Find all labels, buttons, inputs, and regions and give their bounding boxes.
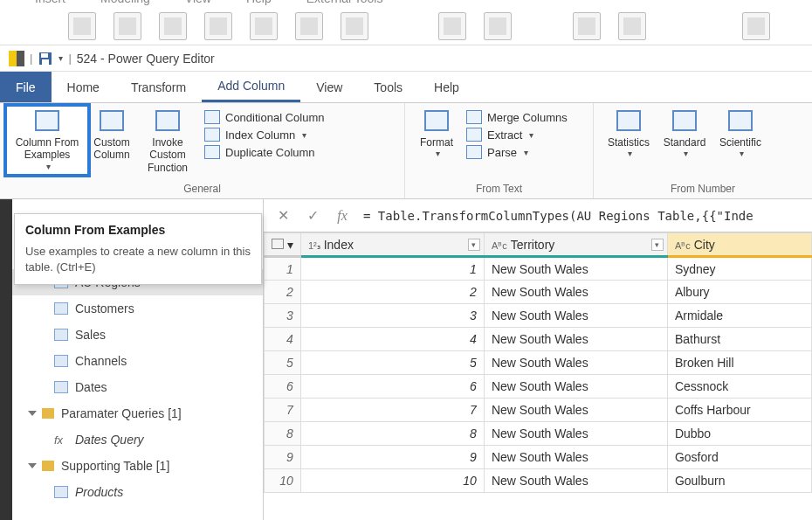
parent-tool-icon[interactable] bbox=[484, 12, 512, 40]
column-filter-icon[interactable]: ▾ bbox=[468, 239, 480, 251]
tab-add-column[interactable]: Add Column bbox=[202, 72, 300, 102]
cell-index[interactable]: 5 bbox=[300, 351, 484, 375]
table-row[interactable]: 33New South WalesArmidale bbox=[265, 304, 812, 328]
cell-territory[interactable]: New South Wales bbox=[484, 304, 667, 328]
table-row[interactable]: 44New South WalesBathurst bbox=[265, 328, 812, 351]
row-number[interactable]: 4 bbox=[265, 328, 301, 351]
tab-view[interactable]: View bbox=[300, 72, 358, 102]
row-number[interactable]: 7 bbox=[265, 399, 301, 422]
cell-territory[interactable]: New South Wales bbox=[484, 281, 667, 304]
row-number[interactable]: 5 bbox=[265, 351, 301, 375]
cell-index[interactable]: 1 bbox=[300, 257, 484, 281]
cell-territory[interactable]: New South Wales bbox=[484, 375, 667, 399]
query-folder-parameter[interactable]: Paramater Queries [1] bbox=[12, 400, 263, 426]
table-row[interactable]: 77New South WalesCoffs Harbour bbox=[265, 399, 812, 422]
row-number[interactable]: 9 bbox=[265, 446, 301, 469]
format-button[interactable]: Format▾ bbox=[412, 107, 461, 161]
parent-tool-icon[interactable] bbox=[159, 12, 187, 40]
cell-city[interactable]: Goulburn bbox=[667, 469, 811, 493]
invoke-custom-function-button[interactable]: Invoke Custom Function bbox=[136, 107, 199, 176]
cell-city[interactable]: Gosford bbox=[667, 446, 811, 469]
cell-city[interactable]: Armidale bbox=[667, 304, 811, 328]
parse-button[interactable]: Parse▾ bbox=[466, 145, 568, 159]
cell-territory[interactable]: New South Wales bbox=[484, 422, 667, 446]
table-row[interactable]: 11New South WalesSydney bbox=[265, 257, 812, 281]
cell-territory[interactable]: New South Wales bbox=[484, 328, 667, 351]
column-header-city[interactable]: AᴮcCity bbox=[667, 233, 811, 257]
conditional-column-button[interactable]: Conditional Column bbox=[204, 110, 324, 124]
parent-tool-icon[interactable] bbox=[742, 12, 770, 40]
parent-tool-icon[interactable] bbox=[573, 12, 601, 40]
cell-territory[interactable]: New South Wales bbox=[484, 399, 667, 422]
statistics-button[interactable]: Statistics▾ bbox=[601, 107, 657, 161]
cancel-formula-button[interactable]: ✕ bbox=[274, 207, 292, 225]
tab-file[interactable]: File bbox=[0, 72, 52, 102]
cell-city[interactable]: Coffs Harbour bbox=[667, 399, 811, 422]
scientific-button[interactable]: Scientific▾ bbox=[712, 107, 768, 161]
table-row[interactable]: 55New South WalesBroken Hill bbox=[265, 351, 812, 375]
query-item-sales[interactable]: Sales bbox=[12, 322, 263, 348]
column-header-index[interactable]: 1²₃Index▾ bbox=[300, 233, 484, 257]
parent-tool-icon[interactable] bbox=[250, 12, 278, 40]
query-folder-supporting[interactable]: Supporting Table [1] bbox=[12, 453, 263, 479]
table-row[interactable]: 66New South WalesCessnock bbox=[265, 375, 812, 399]
cell-index[interactable]: 9 bbox=[300, 446, 484, 469]
save-icon[interactable] bbox=[38, 51, 53, 66]
query-item-dates-query[interactable]: fxDates Query bbox=[12, 426, 263, 453]
row-number[interactable]: 3 bbox=[265, 304, 301, 328]
parent-tool-icon[interactable] bbox=[295, 12, 323, 40]
tab-home[interactable]: Home bbox=[52, 72, 115, 102]
table-row[interactable]: 1010New South WalesGoulburn bbox=[265, 469, 812, 493]
cell-index[interactable]: 7 bbox=[300, 399, 484, 422]
cell-index[interactable]: 8 bbox=[300, 422, 484, 446]
row-number[interactable]: 6 bbox=[265, 375, 301, 399]
cell-index[interactable]: 3 bbox=[300, 304, 484, 328]
cell-territory[interactable]: New South Wales bbox=[484, 351, 667, 375]
cell-city[interactable]: Bathurst bbox=[667, 328, 811, 351]
cell-index[interactable]: 6 bbox=[300, 375, 484, 399]
cell-territory[interactable]: New South Wales bbox=[484, 469, 667, 493]
row-number[interactable]: 1 bbox=[265, 257, 301, 281]
cell-index[interactable]: 4 bbox=[300, 328, 484, 351]
row-number[interactable]: 8 bbox=[265, 422, 301, 446]
dropdown-icon[interactable]: ▾ bbox=[58, 53, 63, 63]
cell-territory[interactable]: New South Wales bbox=[484, 446, 667, 469]
column-filter-icon[interactable]: ▾ bbox=[651, 239, 664, 251]
index-column-button[interactable]: Index Column▾ bbox=[204, 128, 324, 142]
query-item-products[interactable]: Products bbox=[12, 479, 263, 505]
cell-city[interactable]: Albury bbox=[667, 281, 811, 304]
tab-transform[interactable]: Transform bbox=[115, 72, 202, 102]
extract-button[interactable]: Extract▾ bbox=[466, 128, 568, 142]
table-corner[interactable]: ▾ bbox=[265, 233, 301, 257]
data-grid[interactable]: ▾ 1²₃Index▾ AᴮcTerritory▾ AᴮcCity 11New … bbox=[264, 232, 812, 520]
parent-tool-icon[interactable] bbox=[341, 12, 368, 40]
cell-city[interactable]: Dubbo bbox=[667, 422, 811, 446]
parent-tool-icon[interactable] bbox=[618, 12, 646, 40]
query-item-dates[interactable]: Dates bbox=[12, 374, 263, 400]
accept-formula-button[interactable]: ✓ bbox=[304, 207, 321, 225]
parent-tool-icon[interactable] bbox=[204, 12, 232, 40]
cell-territory[interactable]: New South Wales bbox=[484, 257, 667, 281]
cell-city[interactable]: Broken Hill bbox=[667, 351, 811, 375]
cell-index[interactable]: 2 bbox=[300, 281, 484, 304]
cell-city[interactable]: Cessnock bbox=[667, 375, 811, 399]
fx-icon[interactable]: fx bbox=[334, 207, 351, 225]
tab-help[interactable]: Help bbox=[418, 72, 475, 102]
query-item-customers[interactable]: Customers bbox=[12, 295, 263, 322]
merge-columns-button[interactable]: Merge Columns bbox=[466, 110, 568, 124]
row-number[interactable]: 2 bbox=[265, 281, 301, 304]
standard-button[interactable]: Standard▾ bbox=[657, 107, 712, 161]
parent-tool-icon[interactable] bbox=[114, 12, 141, 40]
query-item-channels[interactable]: Channels bbox=[12, 348, 263, 374]
tab-tools[interactable]: Tools bbox=[358, 72, 418, 102]
custom-column-button[interactable]: Custom Column bbox=[87, 107, 136, 163]
parent-tool-icon[interactable] bbox=[438, 12, 466, 40]
cell-index[interactable]: 10 bbox=[300, 469, 484, 493]
table-row[interactable]: 22New South WalesAlbury bbox=[265, 281, 812, 304]
column-from-examples-button[interactable]: Column From Examples▾ bbox=[7, 107, 87, 174]
table-row[interactable]: 99New South WalesGosford bbox=[265, 446, 812, 469]
duplicate-column-button[interactable]: Duplicate Column bbox=[204, 145, 324, 159]
formula-text[interactable]: = Table.TransformColumnTypes(AU_Regions_… bbox=[363, 209, 754, 223]
table-row[interactable]: 88New South WalesDubbo bbox=[265, 422, 812, 446]
column-header-territory[interactable]: AᴮcTerritory▾ bbox=[484, 233, 667, 257]
